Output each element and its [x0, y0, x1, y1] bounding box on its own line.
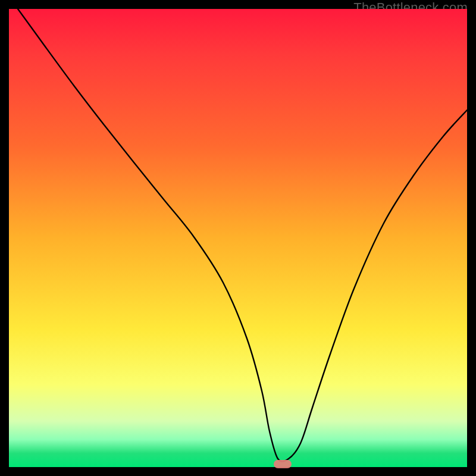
plot-area — [9, 9, 467, 467]
bottleneck-marker — [274, 460, 292, 468]
curve-svg — [9, 9, 467, 467]
bottleneck-curve — [18, 9, 467, 462]
chart-frame: TheBottleneck.com — [0, 0, 476, 476]
